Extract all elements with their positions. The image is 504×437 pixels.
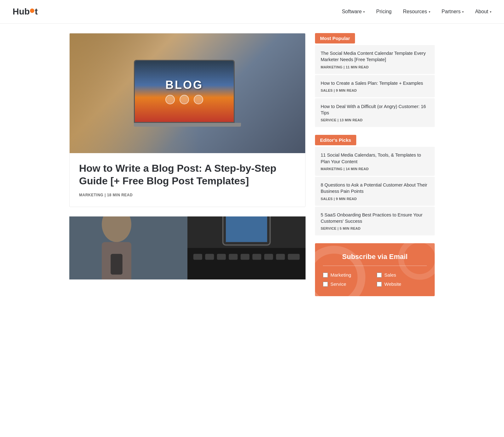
- nav-item-software[interactable]: Software ▾: [342, 9, 365, 14]
- marketing-label: Marketing: [330, 272, 351, 278]
- editors-picks-section: Editor's Picks 11 Social Media Calendars…: [315, 135, 435, 235]
- popular-post-2-meta: SALES | 9 MIN READ: [321, 89, 429, 92]
- featured-post-title[interactable]: How to Write a Blog Post: A Step-by-Step…: [79, 162, 296, 187]
- bottom-post-right[interactable]: [187, 216, 306, 279]
- subscribe-title: Subscribe via Email: [323, 253, 427, 261]
- featured-post-meta: MARKETING | 18 MIN READ: [79, 193, 296, 197]
- sidebar: Most Popular The Social Media Content Ca…: [315, 33, 435, 296]
- editor-post-1[interactable]: 11 Social Media Calendars, Tools, & Temp…: [315, 147, 435, 176]
- image-overlay: [69, 216, 187, 279]
- sales-checkbox[interactable]: [377, 273, 382, 278]
- sales-label: Sales: [384, 272, 396, 278]
- featured-post[interactable]: BLOG How to Write a Blog Post: A Step-by…: [69, 33, 306, 207]
- nav-item-resources[interactable]: Resources ▾: [403, 9, 430, 14]
- chevron-down-icon: ▾: [462, 10, 464, 14]
- chevron-down-icon: ▾: [490, 10, 491, 14]
- nav-pricing-label: Pricing: [376, 9, 392, 14]
- logo[interactable]: Hubt: [13, 7, 38, 17]
- editor-post-2[interactable]: 8 Questions to Ask a Potential Customer …: [315, 177, 435, 206]
- subscribe-box: Subscribe via Email Marketing Sales Serv…: [315, 243, 435, 296]
- popular-post-1-meta: MARKETING | 11 MIN READ: [321, 65, 429, 69]
- subscribe-sales[interactable]: Sales: [377, 272, 427, 278]
- nav-about-label: About: [475, 9, 488, 14]
- editor-post-1-title: 11 Social Media Calendars, Tools, & Temp…: [321, 152, 429, 165]
- subscribe-website[interactable]: Website: [377, 281, 427, 287]
- chevron-down-icon: ▾: [429, 10, 430, 14]
- editor-post-3[interactable]: 5 SaaS Onboarding Best Practices to Ensu…: [315, 207, 435, 236]
- subscribe-checkbox-grid: Marketing Sales Service Website: [323, 272, 427, 287]
- nav-item-partners[interactable]: Partners ▾: [442, 9, 464, 14]
- editor-post-2-title: 8 Questions to Ask a Potential Customer …: [321, 182, 429, 195]
- most-popular-badge: Most Popular: [315, 33, 355, 43]
- laptop-icon-email: [165, 95, 175, 104]
- featured-post-image: BLOG: [70, 33, 305, 153]
- editor-post-3-title: 5 SaaS Onboarding Best Practices to Ensu…: [321, 212, 429, 225]
- chevron-down-icon: ▾: [363, 10, 365, 14]
- popular-post-1[interactable]: The Social Media Content Calendar Templa…: [315, 45, 435, 74]
- service-checkbox[interactable]: [323, 282, 328, 287]
- laptop-icons: [165, 95, 203, 104]
- navigation: Hubt Software ▾ Pricing Resources ▾ Part…: [0, 0, 504, 24]
- website-label: Website: [384, 281, 401, 287]
- popular-post-1-title: The Social Media Content Calendar Templa…: [321, 50, 429, 63]
- laptop-icon-share: [194, 95, 203, 104]
- nav-links: Software ▾ Pricing Resources ▾ Partners …: [342, 9, 491, 14]
- laptop-mockup: BLOG: [134, 60, 241, 127]
- editor-post-3-meta: SERVICE | 5 MIN READ: [321, 227, 429, 230]
- editor-post-2-meta: SALES | 9 MIN READ: [321, 197, 429, 201]
- laptop-base: [134, 123, 241, 127]
- subscribe-divider: [323, 266, 427, 266]
- editors-picks-badge: Editor's Picks: [315, 135, 356, 145]
- subscribe-service[interactable]: Service: [323, 281, 373, 287]
- main-content: BLOG How to Write a Blog Post: A Step-by…: [69, 33, 306, 296]
- popular-post-3-meta: SERVICE | 13 MIN READ: [321, 118, 429, 122]
- popular-post-2-title: How to Create a Sales Plan: Template + E…: [321, 80, 429, 86]
- nav-resources-label: Resources: [403, 9, 427, 14]
- nav-partners-label: Partners: [442, 9, 461, 14]
- service-label: Service: [330, 281, 346, 287]
- nav-item-about[interactable]: About ▾: [475, 9, 491, 14]
- most-popular-section: Most Popular The Social Media Content Ca…: [315, 33, 435, 127]
- bottom-grid: [69, 216, 306, 279]
- subscribe-marketing[interactable]: Marketing: [323, 272, 373, 278]
- editor-post-1-meta: MARKETING | 14 MIN READ: [321, 167, 429, 171]
- nav-item-pricing[interactable]: Pricing: [376, 9, 392, 14]
- website-checkbox[interactable]: [377, 282, 382, 287]
- featured-post-body: How to Write a Blog Post: A Step-by-Step…: [70, 153, 305, 207]
- laptop-icon-social: [180, 95, 189, 104]
- marketing-checkbox[interactable]: [323, 273, 328, 278]
- popular-post-3-title: How to Deal With a Difficult (or Angry) …: [321, 103, 429, 116]
- bottom-post-left[interactable]: [69, 216, 187, 279]
- blog-screen-text: BLOG: [165, 78, 203, 92]
- page-wrapper: BLOG How to Write a Blog Post: A Step-by…: [63, 24, 441, 306]
- popular-post-3[interactable]: How to Deal With a Difficult (or Angry) …: [315, 98, 435, 127]
- nav-software-label: Software: [342, 9, 362, 14]
- popular-post-2[interactable]: How to Create a Sales Plan: Template + E…: [315, 75, 435, 97]
- image-overlay: [187, 216, 306, 279]
- logo-spot-icon: [30, 9, 34, 13]
